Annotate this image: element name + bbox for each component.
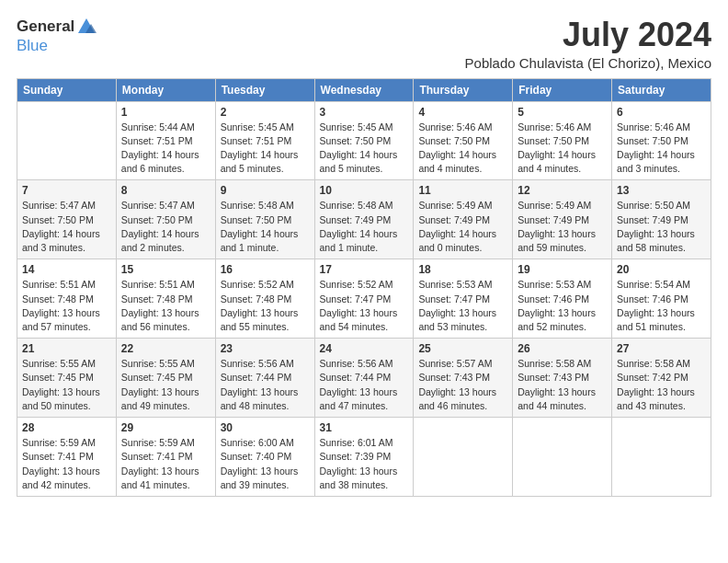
- day-cell: [513, 418, 612, 497]
- day-number: 9: [221, 184, 310, 197]
- day-number: 3: [320, 106, 409, 119]
- day-cell: 12Sunrise: 5:49 AMSunset: 7:49 PMDayligh…: [513, 180, 612, 259]
- day-number: 1: [121, 106, 210, 119]
- day-detail: Sunrise: 5:46 AMSunset: 7:50 PMDaylight:…: [418, 121, 507, 177]
- day-number: 5: [518, 106, 607, 119]
- day-number: 13: [617, 184, 706, 197]
- day-cell: 21Sunrise: 5:55 AMSunset: 7:45 PMDayligh…: [17, 339, 117, 418]
- day-cell: [414, 418, 513, 497]
- day-detail: Sunrise: 5:49 AMSunset: 7:49 PMDaylight:…: [518, 199, 607, 255]
- day-detail: Sunrise: 5:55 AMSunset: 7:45 PMDaylight:…: [121, 357, 210, 413]
- day-detail: Sunrise: 5:45 AMSunset: 7:51 PMDaylight:…: [221, 121, 310, 177]
- day-cell: 23Sunrise: 5:56 AMSunset: 7:44 PMDayligh…: [215, 339, 314, 418]
- week-row-3: 14Sunrise: 5:51 AMSunset: 7:48 PMDayligh…: [17, 259, 711, 339]
- day-number: 6: [617, 106, 706, 119]
- day-detail: Sunrise: 5:56 AMSunset: 7:44 PMDaylight:…: [320, 357, 409, 413]
- day-cell: 8Sunrise: 5:47 AMSunset: 7:50 PMDaylight…: [116, 180, 215, 259]
- day-number: 15: [121, 263, 210, 276]
- day-detail: Sunrise: 5:46 AMSunset: 7:50 PMDaylight:…: [518, 121, 607, 177]
- day-detail: Sunrise: 5:49 AMSunset: 7:49 PMDaylight:…: [418, 199, 507, 255]
- day-detail: Sunrise: 5:59 AMSunset: 7:41 PMDaylight:…: [121, 436, 210, 492]
- day-number: 14: [22, 263, 111, 276]
- col-header-thursday: Thursday: [414, 78, 513, 101]
- day-cell: 2Sunrise: 5:45 AMSunset: 7:51 PMDaylight…: [215, 101, 314, 180]
- day-cell: 18Sunrise: 5:53 AMSunset: 7:47 PMDayligh…: [414, 259, 513, 339]
- day-number: 26: [518, 342, 607, 355]
- day-cell: 16Sunrise: 5:52 AMSunset: 7:48 PMDayligh…: [215, 259, 314, 339]
- day-detail: Sunrise: 5:52 AMSunset: 7:47 PMDaylight:…: [320, 278, 409, 334]
- day-detail: Sunrise: 6:00 AMSunset: 7:40 PMDaylight:…: [221, 436, 310, 492]
- day-cell: 30Sunrise: 6:00 AMSunset: 7:40 PMDayligh…: [215, 418, 314, 497]
- day-cell: 19Sunrise: 5:53 AMSunset: 7:46 PMDayligh…: [513, 259, 612, 339]
- day-number: 7: [22, 184, 111, 197]
- day-detail: Sunrise: 5:47 AMSunset: 7:50 PMDaylight:…: [121, 199, 210, 255]
- week-row-4: 21Sunrise: 5:55 AMSunset: 7:45 PMDayligh…: [17, 339, 711, 418]
- day-number: 4: [418, 106, 507, 119]
- day-number: 27: [617, 342, 706, 355]
- day-detail: Sunrise: 5:56 AMSunset: 7:44 PMDaylight:…: [221, 357, 310, 413]
- month-title: July 2024: [465, 17, 711, 53]
- day-cell: 29Sunrise: 5:59 AMSunset: 7:41 PMDayligh…: [116, 418, 215, 497]
- day-number: 22: [121, 342, 210, 355]
- day-number: 8: [121, 184, 210, 197]
- day-cell: 15Sunrise: 5:51 AMSunset: 7:48 PMDayligh…: [116, 259, 215, 339]
- day-number: 28: [22, 421, 111, 434]
- day-number: 23: [221, 342, 310, 355]
- day-cell: [17, 101, 117, 180]
- logo-general-text: General: [17, 17, 74, 36]
- day-number: 24: [320, 342, 409, 355]
- calendar-table: SundayMondayTuesdayWednesdayThursdayFrid…: [17, 78, 711, 497]
- day-cell: 20Sunrise: 5:54 AMSunset: 7:46 PMDayligh…: [612, 259, 711, 339]
- day-cell: 14Sunrise: 5:51 AMSunset: 7:48 PMDayligh…: [17, 259, 117, 339]
- day-number: 18: [418, 263, 507, 276]
- day-detail: Sunrise: 5:48 AMSunset: 7:50 PMDaylight:…: [221, 199, 310, 255]
- week-row-2: 7Sunrise: 5:47 AMSunset: 7:50 PMDaylight…: [17, 180, 711, 259]
- col-header-friday: Friday: [513, 78, 612, 101]
- day-number: 16: [221, 263, 310, 276]
- day-detail: Sunrise: 5:59 AMSunset: 7:41 PMDaylight:…: [22, 436, 111, 492]
- day-cell: [612, 418, 711, 497]
- day-detail: Sunrise: 5:47 AMSunset: 7:50 PMDaylight:…: [22, 199, 111, 255]
- day-cell: 1Sunrise: 5:44 AMSunset: 7:51 PMDaylight…: [116, 101, 215, 180]
- day-cell: 10Sunrise: 5:48 AMSunset: 7:49 PMDayligh…: [314, 180, 414, 259]
- day-detail: Sunrise: 5:48 AMSunset: 7:49 PMDaylight:…: [320, 199, 409, 255]
- day-detail: Sunrise: 5:54 AMSunset: 7:46 PMDaylight:…: [617, 278, 706, 334]
- day-cell: 28Sunrise: 5:59 AMSunset: 7:41 PMDayligh…: [17, 418, 117, 497]
- day-number: 17: [320, 263, 409, 276]
- day-number: 19: [518, 263, 607, 276]
- col-header-monday: Monday: [116, 78, 215, 101]
- day-cell: 6Sunrise: 5:46 AMSunset: 7:50 PMDaylight…: [612, 101, 711, 180]
- day-number: 30: [221, 421, 310, 434]
- day-number: 25: [418, 342, 507, 355]
- day-detail: Sunrise: 5:50 AMSunset: 7:49 PMDaylight:…: [617, 199, 706, 255]
- day-cell: 3Sunrise: 5:45 AMSunset: 7:50 PMDaylight…: [314, 101, 414, 180]
- header: General Blue July 2024 Poblado Chulavist…: [17, 17, 711, 71]
- location-title: Poblado Chulavista (El Chorizo), Mexico: [465, 55, 711, 71]
- day-detail: Sunrise: 5:52 AMSunset: 7:48 PMDaylight:…: [221, 278, 310, 334]
- day-number: 20: [617, 263, 706, 276]
- day-detail: Sunrise: 5:46 AMSunset: 7:50 PMDaylight:…: [617, 121, 706, 177]
- day-detail: Sunrise: 5:51 AMSunset: 7:48 PMDaylight:…: [121, 278, 210, 334]
- logo: General Blue: [17, 17, 97, 55]
- day-cell: 24Sunrise: 5:56 AMSunset: 7:44 PMDayligh…: [314, 339, 414, 418]
- day-detail: Sunrise: 5:51 AMSunset: 7:48 PMDaylight:…: [22, 278, 111, 334]
- col-header-tuesday: Tuesday: [215, 78, 314, 101]
- day-number: 21: [22, 342, 111, 355]
- day-cell: 4Sunrise: 5:46 AMSunset: 7:50 PMDaylight…: [414, 101, 513, 180]
- day-cell: 7Sunrise: 5:47 AMSunset: 7:50 PMDaylight…: [17, 180, 117, 259]
- calendar-header-row: SundayMondayTuesdayWednesdayThursdayFrid…: [17, 78, 711, 101]
- day-cell: 31Sunrise: 6:01 AMSunset: 7:39 PMDayligh…: [314, 418, 414, 497]
- day-cell: 9Sunrise: 5:48 AMSunset: 7:50 PMDaylight…: [215, 180, 314, 259]
- title-block: July 2024 Poblado Chulavista (El Chorizo…: [465, 17, 711, 71]
- logo-icon: [76, 17, 97, 37]
- day-detail: Sunrise: 5:55 AMSunset: 7:45 PMDaylight:…: [22, 357, 111, 413]
- day-cell: 25Sunrise: 5:57 AMSunset: 7:43 PMDayligh…: [414, 339, 513, 418]
- day-cell: 17Sunrise: 5:52 AMSunset: 7:47 PMDayligh…: [314, 259, 414, 339]
- week-row-5: 28Sunrise: 5:59 AMSunset: 7:41 PMDayligh…: [17, 418, 711, 497]
- day-cell: 5Sunrise: 5:46 AMSunset: 7:50 PMDaylight…: [513, 101, 612, 180]
- day-cell: 13Sunrise: 5:50 AMSunset: 7:49 PMDayligh…: [612, 180, 711, 259]
- day-number: 2: [221, 106, 310, 119]
- day-number: 29: [121, 421, 210, 434]
- day-detail: Sunrise: 6:01 AMSunset: 7:39 PMDaylight:…: [320, 436, 409, 492]
- day-detail: Sunrise: 5:58 AMSunset: 7:43 PMDaylight:…: [518, 357, 607, 413]
